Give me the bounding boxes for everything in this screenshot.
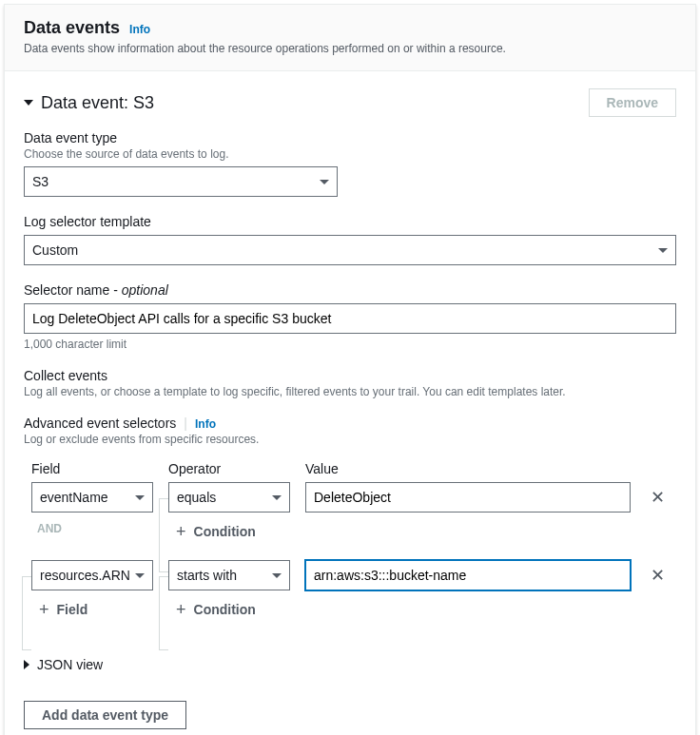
operator-select[interactable]: starts with	[168, 560, 290, 590]
chevron-down-icon	[658, 248, 668, 253]
panel-body: Data event: S3 Remove Data event type Ch…	[5, 71, 695, 735]
chevron-down-icon	[272, 573, 282, 578]
selector-name-input[interactable]	[24, 303, 676, 334]
log-selector-group: Log selector template Custom	[24, 214, 676, 265]
data-event-type-select[interactable]: S3	[24, 166, 338, 197]
add-data-event-type-button[interactable]: Add data event type	[24, 701, 186, 729]
operator-value: starts with	[177, 568, 237, 583]
chevron-down-icon	[135, 573, 145, 578]
selector-name-label-optional: optional	[122, 282, 168, 298]
add-field-button[interactable]: + Field	[31, 598, 95, 621]
plus-icon: +	[176, 525, 186, 538]
selector-name-label: Selector name - optional	[24, 282, 676, 298]
advanced-selectors-label: Advanced event selectors	[24, 416, 176, 431]
log-selector-value: Custom	[32, 242, 78, 258]
chevron-down-icon	[272, 495, 282, 500]
field-value: eventName	[40, 490, 108, 505]
log-selector-select[interactable]: Custom	[24, 235, 676, 265]
connector-row: + Field + Condition	[31, 598, 669, 629]
field-value: resources.ARN	[40, 568, 130, 583]
advanced-info-link[interactable]: Info	[195, 417, 216, 431]
add-condition-button[interactable]: + Condition	[168, 598, 263, 621]
collect-events-group: Collect events Log all events, or choose…	[24, 368, 676, 398]
selector-row: resources.ARN starts with ✕	[31, 560, 669, 590]
connector-row: AND + Condition	[31, 520, 669, 551]
advanced-selectors-group: Advanced event selectors | Info Log or e…	[24, 416, 676, 446]
col-header-value: Value	[305, 461, 631, 476]
selectors-area: Field Operator Value eventName equals	[24, 461, 676, 629]
data-events-panel: Data events Info Data events show inform…	[4, 4, 696, 735]
bracket-icon	[159, 576, 168, 650]
remove-row-icon[interactable]: ✕	[651, 489, 665, 506]
selector-name-charlimit: 1,000 character limit	[24, 338, 676, 351]
plus-icon: +	[176, 603, 186, 616]
col-header-operator: Operator	[168, 461, 290, 476]
field-select[interactable]: eventName	[31, 482, 153, 513]
data-event-type-group: Data event type Choose the source of dat…	[24, 130, 676, 197]
add-condition-button[interactable]: + Condition	[168, 520, 263, 543]
pipe-divider: |	[184, 416, 187, 431]
data-event-type-value: S3	[32, 174, 49, 189]
panel-description: Data events show information about the r…	[24, 42, 676, 55]
value-input[interactable]	[305, 482, 631, 513]
collect-events-hint: Log all events, or choose a template to …	[24, 385, 676, 398]
remove-row-icon[interactable]: ✕	[651, 567, 665, 584]
selector-name-group: Selector name - optional 1,000 character…	[24, 282, 676, 351]
json-view-toggle[interactable]: JSON view	[24, 657, 676, 672]
selector-name-label-main: Selector name	[24, 282, 109, 298]
selector-row: eventName equals ✕	[31, 482, 669, 513]
remove-button[interactable]: Remove	[589, 88, 676, 117]
operator-select[interactable]: equals	[168, 482, 290, 513]
col-header-field: Field	[31, 461, 153, 476]
data-event-type-hint: Choose the source of data events to log.	[24, 147, 676, 161]
plus-icon: +	[39, 603, 49, 616]
field-select[interactable]: resources.ARN	[31, 560, 153, 590]
bracket-icon	[159, 498, 168, 572]
log-selector-label: Log selector template	[24, 214, 676, 229]
event-header-row: Data event: S3 Remove	[24, 88, 676, 117]
event-title: Data event: S3	[41, 93, 154, 113]
advanced-hint: Log or exclude events from specific reso…	[24, 433, 676, 446]
selector-name-label-sep: -	[109, 282, 121, 298]
and-connector: AND	[31, 522, 62, 535]
add-condition-label: Condition	[194, 602, 256, 617]
caret-down-icon	[24, 100, 33, 106]
selector-column-headers: Field Operator Value	[31, 461, 669, 476]
value-input[interactable]	[305, 560, 631, 590]
event-expand-toggle[interactable]: Data event: S3	[24, 93, 154, 113]
collect-events-label: Collect events	[24, 368, 676, 383]
panel-title: Data events	[24, 18, 120, 38]
caret-right-icon	[24, 660, 29, 669]
panel-header: Data events Info Data events show inform…	[5, 5, 695, 71]
json-view-label: JSON view	[37, 657, 103, 672]
operator-value: equals	[177, 490, 216, 505]
chevron-down-icon	[320, 180, 329, 184]
add-condition-label: Condition	[194, 524, 256, 539]
bracket-icon	[22, 576, 31, 650]
info-link[interactable]: Info	[129, 23, 150, 36]
chevron-down-icon	[135, 495, 145, 500]
data-event-type-label: Data event type	[24, 130, 676, 145]
add-field-label: Field	[57, 602, 88, 617]
